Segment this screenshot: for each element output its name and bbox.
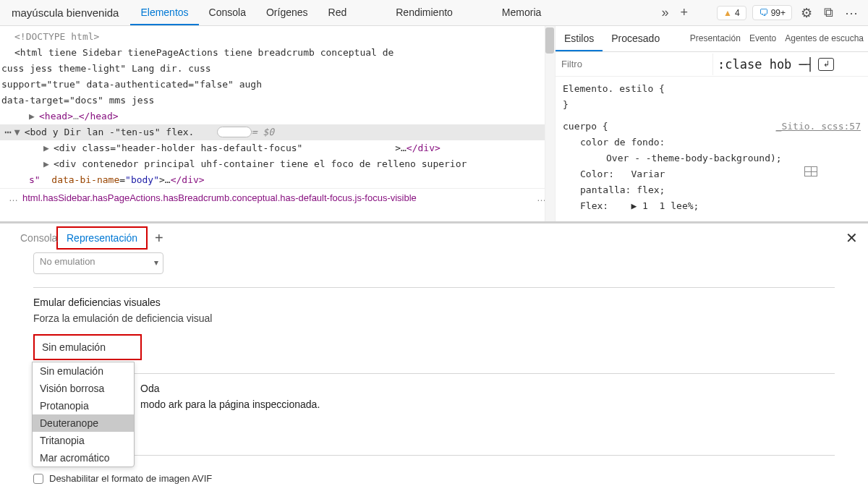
attr-line: s" data-bi-name="body">…</div> — [14, 172, 549, 188]
drawer-tab-rendering[interactable]: Representación — [56, 226, 148, 250]
prop-color[interactable]: Color: Variar — [563, 166, 861, 182]
source-link[interactable]: _Sitio. scss:57 — [776, 119, 861, 135]
cls-toggle-label[interactable]: :clase hob ─┤ — [713, 57, 818, 72]
div2-line[interactable]: ▶<div contenedor principal uhf-container… — [14, 156, 549, 172]
warning-icon: ▲ — [723, 8, 732, 18]
vision-deficiency-select[interactable]: Sin emulación — [33, 334, 142, 360]
option-protanopia[interactable]: Protanopia — [33, 397, 134, 414]
avif-checkbox[interactable] — [33, 474, 43, 484]
div2-text: <div contenedor principal uhf-container … — [54, 158, 467, 169]
doctype-line: <!DOCTYPE html> — [14, 29, 549, 45]
tab-listeners[interactable]: Agentes de escucha — [780, 26, 868, 51]
prop-display[interactable]: pantalla: flex; — [563, 182, 861, 198]
warnings-badge[interactable]: ▲4 — [717, 6, 746, 20]
div1-line[interactable]: ▶<div class="header-holder has-default-f… — [14, 140, 549, 156]
tab-styles[interactable]: Estilos — [556, 26, 603, 51]
styles-filter-input[interactable] — [556, 54, 713, 75]
div1-open: <div class="header-holder has-default-fo… — [54, 142, 302, 153]
prop-background-val[interactable]: Over - -theme-body-background); — [563, 150, 861, 166]
tab-console[interactable]: Consola — [199, 0, 256, 25]
css-media-select[interactable]: No emulation ▾ — [33, 252, 163, 274]
style-block-element[interactable]: Elemento. estilo { } — [563, 81, 861, 113]
ellipsis: … — [73, 111, 79, 122]
breadcrumb-left-ellipsis[interactable]: … — [4, 192, 22, 203]
breadcrumb-path[interactable]: html.hasSidebar.hasPageActions.hasBreadc… — [22, 192, 417, 203]
collapse-icon[interactable]: ▼ — [14, 124, 22, 140]
add-tab-icon[interactable]: + — [678, 5, 692, 20]
div1-close: </div> — [407, 142, 441, 153]
html-tag-line4: data-target="docs" mms jess — [1, 93, 549, 108]
vision-deficiency-desc: Forza la emulación de deficiencia visual — [33, 312, 835, 324]
body-selector: cuerpo { — [563, 121, 608, 132]
dom-scroll-thumb[interactable] — [545, 27, 554, 54]
option-no-emulation[interactable]: Sin emulación — [33, 362, 134, 380]
flex-badge[interactable] — [217, 127, 252, 137]
main-split: <!DOCTYPE html> <html tiene Sidebar tien… — [0, 26, 868, 221]
row-menu-icon[interactable]: ⋯ — [4, 124, 13, 140]
gear-icon[interactable]: ⚙ — [798, 5, 815, 21]
prop-name: color de fondo: — [580, 137, 665, 148]
vision-deficiency-dropdown[interactable]: Sin emulación Visión borrosa Protanopia … — [32, 362, 135, 467]
tab-computed[interactable]: Procesado — [603, 26, 668, 51]
s-quote: s" — [29, 174, 41, 185]
attr-eq: = — [119, 174, 125, 185]
html-tag-line2: cuss jess theme-light" Lang dir. cuss — [1, 61, 549, 77]
close-div: </div> — [171, 174, 205, 185]
info-icon: 🗨 — [759, 7, 768, 18]
option-deuteranopia[interactable]: Deuteranope — [33, 414, 134, 432]
option-blurred-vision[interactable]: Visión borrosa — [33, 380, 134, 397]
prop-background-color[interactable]: color de fondo: — [563, 135, 861, 150]
styles-body: Elemento. estilo { } cuerpo {_Sitio. scs… — [556, 77, 868, 218]
tab-sources[interactable]: Orígenes — [256, 0, 318, 25]
remaining-text-top: Oda — [140, 383, 159, 394]
option-achromatopsia[interactable]: Mar acromático — [33, 449, 134, 467]
prop-name: Color: — [580, 169, 614, 179]
dom-tree[interactable]: <!DOCTYPE html> <html tiene Sidebar tien… — [0, 26, 555, 188]
kebab-icon[interactable]: ⋯ — [842, 5, 861, 21]
drawer-tab-console[interactable]: Consola — [12, 228, 66, 248]
tab-elements[interactable]: Elementos — [130, 0, 198, 25]
styles-tabs: Estilos Procesado Presentación Evento Ag… — [556, 26, 868, 52]
devices-icon[interactable]: ⧉ — [821, 5, 836, 20]
tab-memory[interactable]: Memoria — [492, 0, 551, 25]
dom-scrollbar[interactable] — [545, 26, 555, 221]
body-tag-text: <bod y Dir lan -"ten-us" flex. — [25, 124, 195, 140]
body-selected-row[interactable]: ⋯ ▼ <bod y Dir lan -"ten-us" flex. == $0 — [0, 124, 549, 140]
drawer-close-icon[interactable]: ✕ — [846, 229, 858, 247]
dom-breadcrumb[interactable]: … html.hasSidebar.hasPageActions.hasBrea… — [0, 188, 555, 207]
page-inspect-title: mayúscula bienvenida — [0, 7, 130, 19]
prop-name: pantalla: — [580, 184, 631, 195]
toolbar-icons: » + ▲4 🗨99+ ⚙ ⧉ ⋯ — [659, 5, 868, 21]
head-open: <head> — [39, 111, 73, 122]
expand-icon[interactable]: ▶ — [29, 108, 36, 124]
new-style-rule-icon[interactable]: ↲ — [818, 58, 834, 71]
div1-mid: >… — [395, 142, 407, 153]
tab-event[interactable]: Evento — [745, 26, 780, 51]
vision-deficiency-title: Emular deficiencias visuales — [33, 297, 835, 308]
expand-icon[interactable]: ▶ — [43, 156, 51, 172]
drawer-tabs: Consola Representación + ✕ — [0, 223, 868, 252]
expand-icon[interactable]: ▶ — [43, 140, 51, 156]
drawer-add-tab-icon[interactable]: + — [155, 230, 163, 247]
tab-performance[interactable]: Rendimiento — [386, 0, 463, 25]
style-block-body[interactable]: cuerpo {_Sitio. scss:57 color de fondo: … — [563, 119, 861, 214]
attr-val: "body" — [125, 174, 159, 185]
prop-val: 1 lee%; — [660, 200, 699, 211]
tab-layout[interactable]: Presentación — [686, 26, 745, 51]
avif-label: Deshabilitar el formato de imagen AVIF — [49, 473, 212, 484]
more-tabs-icon[interactable]: » — [659, 5, 672, 20]
issues-badge[interactable]: 🗨99+ — [752, 5, 792, 20]
head-line[interactable]: ▶<head>…</head> — [14, 108, 549, 124]
html-tag-line3: support="true" data-authenticated="false… — [1, 77, 549, 93]
element-style-selector: Elemento. estilo { — [563, 81, 861, 97]
grid-icon[interactable] — [804, 166, 817, 176]
expand-icon[interactable]: ▶ — [631, 200, 637, 211]
prop-val: flex; — [637, 184, 665, 195]
avif-row[interactable]: Deshabilitar el formato de imagen AVIF — [33, 473, 835, 484]
remaining-text-bottom: modo ark para la página inspeccionada. — [140, 399, 320, 410]
option-tritanopia[interactable]: Tritanopia — [33, 432, 134, 449]
styles-panel: Estilos Procesado Presentación Evento Ag… — [556, 26, 868, 221]
warnings-count: 4 — [735, 8, 740, 18]
tab-network[interactable]: Red — [318, 0, 357, 25]
prop-flex[interactable]: Flex: ▶ 1 1 lee%; — [563, 198, 861, 214]
